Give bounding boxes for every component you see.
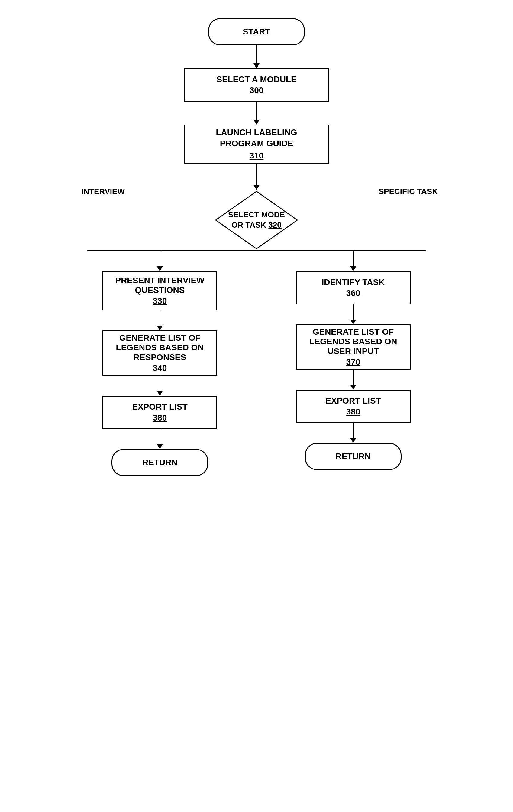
interview-branch-label: INTERVIEW (81, 187, 125, 196)
left-branch: PRESENT INTERVIEWQUESTIONS 330 GENERATE … (45, 250, 256, 476)
arrow-launch-to-diamond (253, 164, 260, 190)
launch-labeling-node: LAUNCH LABELINGPROGRAM GUIDE 310 (184, 124, 329, 164)
left-v-arrow (157, 251, 163, 271)
select-module-label: SELECT A MODULE (216, 75, 296, 84)
arrow-gen-to-export-right (350, 370, 356, 390)
arrow-module-to-launch (253, 102, 260, 124)
launch-labeling-num: 310 (249, 150, 264, 161)
arrow-export-to-return-left (157, 429, 163, 449)
select-module-num: 300 (249, 86, 264, 95)
identify-task-label: IDENTIFY TASK (322, 278, 385, 287)
select-module-node: SELECT A MODULE 300 (184, 68, 329, 102)
right-branch: IDENTIFY TASK 360 GENERATE LIST OFLEGEND… (256, 250, 468, 470)
gen-list-interview-num: 340 (153, 364, 167, 373)
start-label: START (243, 27, 270, 36)
gen-list-user-node: GENERATE LIST OFLEGENDS BASED ONUSER INP… (296, 324, 411, 370)
export-list-right-label: EXPORT LIST (325, 396, 381, 406)
return-left-label: RETURN (142, 458, 178, 467)
present-interview-label: PRESENT INTERVIEWQUESTIONS (115, 276, 204, 295)
export-list-left-label: EXPORT LIST (132, 402, 188, 412)
identify-task-node: IDENTIFY TASK 360 (296, 271, 411, 304)
left-h-connector (169, 250, 217, 251)
gen-list-user-num: 370 (346, 357, 360, 367)
export-list-left-node: EXPORT LIST 380 (102, 396, 217, 429)
present-interview-num: 330 (153, 296, 167, 306)
return-right-node: RETURN (305, 443, 401, 470)
branch-section: PRESENT INTERVIEWQUESTIONS 330 GENERATE … (45, 250, 468, 476)
export-list-left-num: 380 (153, 413, 167, 423)
arrow-id-to-gen-right (350, 304, 356, 324)
right-v-arrow (350, 251, 356, 271)
specific-task-branch-label: SPECIFIC TASK (379, 187, 438, 196)
return-right-label: RETURN (336, 452, 371, 461)
identify-task-num: 360 (346, 288, 360, 298)
select-mode-label: SELECT MODEOR TASK 320 (228, 210, 285, 230)
gen-list-interview-label: GENERATE LIST OFLEGENDS BASED ONRESPONSE… (116, 333, 204, 362)
right-h-connector (296, 250, 344, 251)
start-node: START (208, 18, 305, 45)
launch-labeling-label: LAUNCH LABELINGPROGRAM GUIDE (216, 127, 297, 148)
arrow-start-to-module (253, 45, 260, 68)
gen-list-interview-node: GENERATE LIST OFLEGENDS BASED ONRESPONSE… (102, 330, 217, 376)
present-interview-node: PRESENT INTERVIEWQUESTIONS 330 (102, 271, 217, 311)
arrow-export-to-return-right (350, 423, 356, 443)
arrow-pi-to-gen (157, 311, 163, 330)
gen-list-user-label: GENERATE LIST OFLEGENDS BASED ONUSER INP… (309, 327, 397, 356)
flowchart: START SELECT A MODULE 300 LAUNCH LABELIN… (45, 18, 468, 476)
return-left-node: RETURN (112, 449, 208, 476)
select-mode-diamond: SELECT MODEOR TASK 320 (214, 190, 299, 250)
export-list-right-num: 380 (346, 407, 360, 416)
arrow-gen-to-export-left (157, 376, 163, 396)
export-list-right-node: EXPORT LIST 380 (296, 390, 411, 423)
